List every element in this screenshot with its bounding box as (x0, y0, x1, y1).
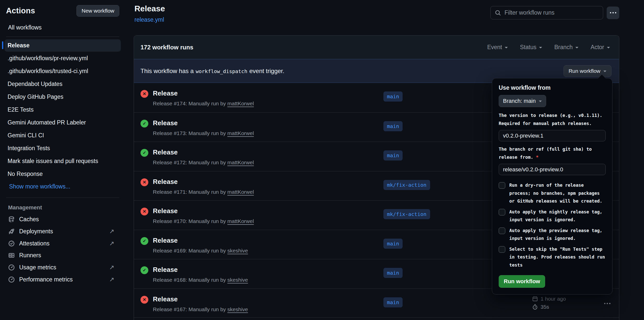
workflow-list: Release.github/workflows/pr-review.yml.g… (6, 39, 119, 180)
run-title-link[interactable]: Release (153, 295, 178, 303)
failure-status-icon: ✕ (141, 90, 148, 98)
sidebar-item-release[interactable]: Release (5, 39, 121, 52)
branch-badge[interactable]: main (383, 121, 403, 131)
sidebar-item-performance-metrics[interactable]: Performance metrics↗ (6, 273, 119, 285)
run-description: Release #167: Manually run by skeshive (153, 306, 248, 312)
run-workflow-dropdown-button[interactable]: Run workflow (564, 65, 611, 77)
checkbox-label[interactable]: Select to skip the "Run Tests" step in t… (509, 245, 606, 269)
run-meta: 1 hour ago35s (532, 296, 566, 312)
filter-status-dropdown[interactable]: Status (520, 44, 542, 51)
branch-selector-button[interactable]: Branch: main (499, 95, 546, 107)
new-workflow-button[interactable]: New workflow (76, 5, 119, 17)
required-asterisk: * (536, 155, 539, 160)
checkbox-3[interactable] (499, 246, 505, 253)
actor-link[interactable]: skeshive (227, 277, 248, 283)
run-title-link[interactable]: Release (153, 119, 178, 127)
run-title-link[interactable]: Release (153, 178, 178, 185)
sidebar-item-label: Deployments (19, 228, 53, 235)
checkbox-2[interactable] (499, 228, 505, 234)
checkbox-1[interactable] (499, 209, 505, 215)
sidebar-item-all-workflows[interactable]: All workflows (8, 24, 119, 31)
checkbox-label[interactable]: Auto apply the nightly release tag, inpu… (509, 208, 606, 224)
workflow-dispatch-code: workflow_dispatch (196, 68, 247, 74)
sidebar-title: Actions (6, 6, 35, 15)
sidebar-item-gemini-automated-pr-labeler[interactable]: Gemini Automated PR Labeler (5, 116, 121, 129)
cache-icon (8, 216, 15, 223)
filter-actor-dropdown[interactable]: Actor (591, 44, 610, 51)
filter-workflow-runs-search[interactable] (490, 6, 603, 19)
branch-badge[interactable]: main (383, 239, 403, 249)
actor-link[interactable]: mattKorwel (227, 159, 254, 165)
actor-link[interactable]: mattKorwel (227, 218, 254, 224)
success-status-icon: ✓ (141, 149, 148, 157)
run-description: Release #171: Manually run by mattKorwel (153, 189, 254, 195)
sidebar-item-runners[interactable]: Runners (6, 249, 119, 261)
panel-heading: Use workflow from (499, 84, 606, 91)
version-input[interactable] (499, 130, 606, 141)
success-status-icon: ✓ (141, 237, 148, 245)
ref-help-text: The branch or ref (full git sha) to rele… (499, 145, 606, 161)
calendar-icon (532, 296, 538, 302)
sidebar-item-dependabot-updates[interactable]: Dependabot Updates (5, 78, 121, 90)
run-title-link[interactable]: Release (153, 89, 178, 97)
run-description: Release #169: Manually run by skeshive (153, 248, 248, 254)
branch-badge[interactable]: main (383, 297, 403, 307)
run-title-link[interactable]: Release (153, 266, 178, 273)
failure-status-icon: ✕ (141, 296, 148, 304)
actor-link[interactable]: skeshive (227, 248, 248, 253)
rocket-icon (8, 228, 15, 235)
sidebar-item-caches[interactable]: Caches (6, 213, 119, 225)
run-title-link[interactable]: Release (153, 207, 178, 215)
sidebar-item-no-response[interactable]: No Response (5, 168, 121, 180)
search-input[interactable] (505, 9, 599, 16)
external-link-icon: ↗ (109, 228, 114, 235)
external-link-icon: ↗ (109, 264, 114, 271)
kebab-icon (610, 12, 611, 13)
sidebar-item-integration-tests[interactable]: Integration Tests (5, 142, 121, 154)
actor-link[interactable]: mattKorwel (227, 101, 254, 106)
chevron-down-icon (603, 71, 606, 74)
sidebar-item-usage-metrics[interactable]: Usage metrics↗ (6, 261, 119, 273)
actor-link[interactable]: skeshive (227, 306, 248, 312)
sidebar-item-mark-stale-issues-and-pull-requests[interactable]: Mark stale issues and pull requests (5, 155, 121, 167)
run-title-link[interactable]: Release (153, 148, 178, 156)
workflow-options-kebab-button[interactable] (607, 7, 619, 19)
run-options-kebab-button[interactable] (602, 301, 612, 306)
branch-badge[interactable]: main (383, 150, 403, 161)
checkbox-label[interactable]: Auto apply the preview release tag, inpu… (509, 227, 606, 243)
sidebar-item-deploy-github-pages[interactable]: Deploy GitHub Pages (5, 91, 121, 103)
branch-badge[interactable]: mk/fix-action (383, 180, 430, 190)
checkbox-label[interactable]: Run a dry-run of the release process; no… (509, 181, 606, 205)
sidebar-item-e2e-tests[interactable]: E2E Tests (5, 104, 121, 116)
panel-checkbox-list: Run a dry-run of the release process; no… (499, 181, 606, 269)
chevron-down-icon (539, 47, 542, 50)
sidebar-item-attestations[interactable]: Attestations↗ (6, 237, 119, 249)
sidebar-item-github-workflows-pr-review-yml[interactable]: .github/workflows/pr-review.yml (5, 52, 121, 65)
run-workflow-submit-button[interactable]: Run workflow (499, 275, 545, 288)
branch-badge[interactable]: main (383, 91, 403, 102)
filter-branch-dropdown[interactable]: Branch (554, 44, 578, 51)
search-icon (495, 10, 501, 16)
sidebar-item-gemini-cli-ci[interactable]: Gemini CLI CI (5, 129, 121, 142)
run-title-link[interactable]: Release (153, 237, 178, 244)
workflow-file-link[interactable]: release.yml (134, 16, 164, 23)
branch-badge[interactable]: mk/fix-action (383, 209, 430, 219)
sidebar-item-deployments[interactable]: Deployments↗ (6, 225, 119, 237)
banner-text: This workflow has aworkflow_dispatcheven… (141, 68, 284, 75)
actor-link[interactable]: mattKorwel (227, 130, 254, 136)
show-more-workflows-link[interactable]: Show more workflows... (9, 181, 119, 192)
checkbox-0[interactable] (499, 182, 505, 189)
external-link-icon: ↗ (109, 240, 114, 247)
actor-link[interactable]: mattKorwel (227, 189, 254, 195)
ref-input[interactable] (499, 164, 606, 175)
branch-badge[interactable]: main (383, 268, 403, 278)
sidebar-item-label: Caches (19, 216, 39, 223)
failure-status-icon: ✕ (141, 208, 148, 215)
run-description: Release #168: Manually run by skeshive (153, 277, 248, 283)
panel-checkbox-row: Run a dry-run of the release process; no… (499, 181, 606, 205)
management-section-label: Management (8, 204, 119, 211)
sidebar-item-github-workflows-trusted-ci-yml[interactable]: .github/workflows/trusted-ci.yml (5, 65, 121, 77)
chevron-down-icon (539, 101, 542, 104)
filter-event-dropdown[interactable]: Event (487, 44, 508, 51)
run-timestamp: 1 hour ago (541, 296, 566, 302)
